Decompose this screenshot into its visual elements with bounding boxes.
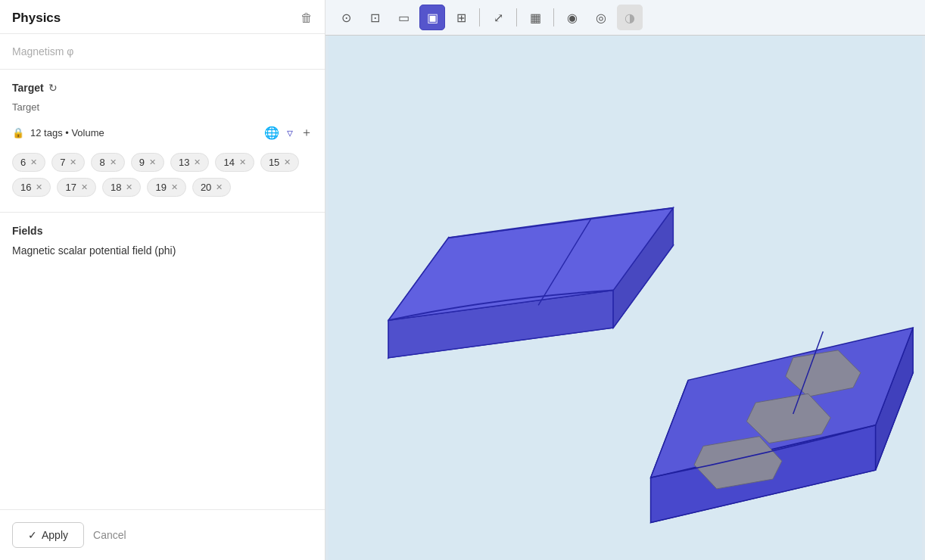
fields-section: Fields Magnetic scalar potential field (… bbox=[0, 212, 325, 266]
tag-remove-icon[interactable]: ✕ bbox=[216, 182, 223, 192]
tag-chip: 13✕ bbox=[170, 153, 209, 172]
tag-chip: 14✕ bbox=[215, 153, 254, 172]
tag-value: 18 bbox=[111, 182, 121, 193]
tag-value: 20 bbox=[201, 182, 211, 193]
toolbar-btn-ortho[interactable]: ▭ bbox=[391, 5, 416, 30]
tag-value: 17 bbox=[65, 182, 76, 193]
tag-value: 16 bbox=[20, 182, 31, 193]
tag-chip: 19✕ bbox=[147, 178, 185, 197]
magnetism-field: Magnetism φ bbox=[12, 45, 73, 58]
tags-row: 🔒 12 tags • Volume 🌐 ▿ ＋ bbox=[12, 122, 313, 144]
target-sub-label: Target bbox=[12, 101, 39, 113]
tags-info: 🔒 12 tags • Volume bbox=[12, 127, 104, 138]
target-sub-row: Target bbox=[12, 101, 313, 113]
tag-value: 8 bbox=[99, 157, 104, 168]
tags-container: 6✕7✕8✕9✕13✕14✕15✕16✕17✕18✕19✕20✕ bbox=[12, 153, 313, 197]
toolbar-btn-view3: ◑ bbox=[617, 5, 643, 30]
tag-remove-icon[interactable]: ✕ bbox=[36, 182, 42, 192]
toolbar-separator bbox=[479, 8, 480, 26]
toolbar-btn-vertex[interactable]: ⤢ bbox=[485, 5, 511, 30]
tag-chip: 16✕ bbox=[12, 178, 51, 197]
tag-remove-icon[interactable]: ✕ bbox=[81, 182, 88, 192]
toolbar: ⊙⊡▭▣⊞⤢▦◉◎◑ bbox=[325, 0, 925, 36]
tags-actions: 🌐 ▿ ＋ bbox=[264, 125, 313, 141]
refresh-icon[interactable]: ↻ bbox=[48, 82, 58, 94]
apply-button[interactable]: ✓ Apply bbox=[12, 522, 84, 548]
toolbar-btn-focus[interactable]: ⊙ bbox=[333, 5, 359, 30]
tag-remove-icon[interactable]: ✕ bbox=[194, 157, 201, 167]
tag-chip: 15✕ bbox=[260, 153, 299, 172]
panel-title: Physics bbox=[12, 11, 61, 26]
tag-value: 19 bbox=[155, 182, 166, 193]
tag-chip: 7✕ bbox=[51, 153, 85, 172]
panel-header: Physics 🗑 bbox=[0, 0, 325, 34]
right-panel: ⊙⊡▭▣⊞⤢▦◉◎◑ bbox=[325, 0, 925, 560]
toolbar-btn-view1[interactable]: ◉ bbox=[559, 5, 585, 30]
tag-chip: 20✕ bbox=[192, 178, 231, 197]
tag-chip: 18✕ bbox=[102, 178, 141, 197]
target-header: Target ↻ bbox=[12, 82, 313, 94]
tag-remove-icon[interactable]: ✕ bbox=[110, 157, 117, 167]
tag-chip: 8✕ bbox=[91, 153, 124, 172]
filter-icon[interactable]: ▿ bbox=[287, 126, 293, 140]
tag-remove-icon[interactable]: ✕ bbox=[30, 157, 37, 167]
toolbar-btn-perspective[interactable]: ▣ bbox=[419, 5, 445, 30]
delete-icon[interactable]: 🗑 bbox=[301, 11, 313, 25]
add-tag-icon[interactable]: ＋ bbox=[301, 125, 313, 141]
toolbar-separator bbox=[553, 8, 554, 26]
tag-remove-icon[interactable]: ✕ bbox=[70, 157, 76, 167]
tag-remove-icon[interactable]: ✕ bbox=[171, 182, 178, 192]
field-item: Magnetic scalar potential field (phi) bbox=[12, 244, 313, 257]
globe-icon[interactable]: 🌐 bbox=[264, 126, 279, 140]
tag-chip: 6✕ bbox=[12, 153, 45, 172]
tag-value: 13 bbox=[179, 157, 189, 168]
tag-chip: 17✕ bbox=[57, 178, 95, 197]
tag-remove-icon[interactable]: ✕ bbox=[149, 157, 156, 167]
left-panel: Physics 🗑 Magnetism φ Target ↻ Target 🔒 … bbox=[0, 0, 325, 560]
check-icon: ✓ bbox=[28, 529, 37, 541]
fields-label: Fields bbox=[12, 225, 313, 237]
tag-remove-icon[interactable]: ✕ bbox=[126, 182, 132, 192]
toolbar-separator bbox=[516, 8, 517, 26]
toolbar-btn-wireframe[interactable]: ⊞ bbox=[448, 5, 474, 30]
toolbar-btn-zoom-fit[interactable]: ⊡ bbox=[362, 5, 388, 30]
viewport[interactable] bbox=[325, 36, 925, 560]
tag-value: 6 bbox=[20, 157, 26, 168]
target-section: Target ↻ Target 🔒 12 tags • Volume 🌐 ▿ ＋… bbox=[0, 70, 325, 206]
tag-value: 7 bbox=[60, 157, 65, 168]
toolbar-btn-material[interactable]: ▦ bbox=[522, 5, 548, 30]
panel-footer: ✓ Apply Cancel bbox=[0, 509, 325, 560]
target-label: Target bbox=[12, 82, 44, 94]
tag-value: 15 bbox=[269, 157, 279, 168]
tag-remove-icon[interactable]: ✕ bbox=[284, 157, 291, 167]
apply-label: Apply bbox=[42, 529, 68, 541]
tag-chip: 9✕ bbox=[131, 153, 164, 172]
tag-remove-icon[interactable]: ✕ bbox=[239, 157, 246, 167]
tag-value: 14 bbox=[223, 157, 234, 168]
cancel-button[interactable]: Cancel bbox=[93, 529, 126, 541]
toolbar-btn-view2[interactable]: ◎ bbox=[588, 5, 614, 30]
magnetism-section: Magnetism φ bbox=[0, 34, 325, 70]
lock-icon: 🔒 bbox=[12, 127, 24, 138]
tag-value: 9 bbox=[139, 157, 145, 168]
tags-count: 12 tags • Volume bbox=[30, 127, 104, 138]
